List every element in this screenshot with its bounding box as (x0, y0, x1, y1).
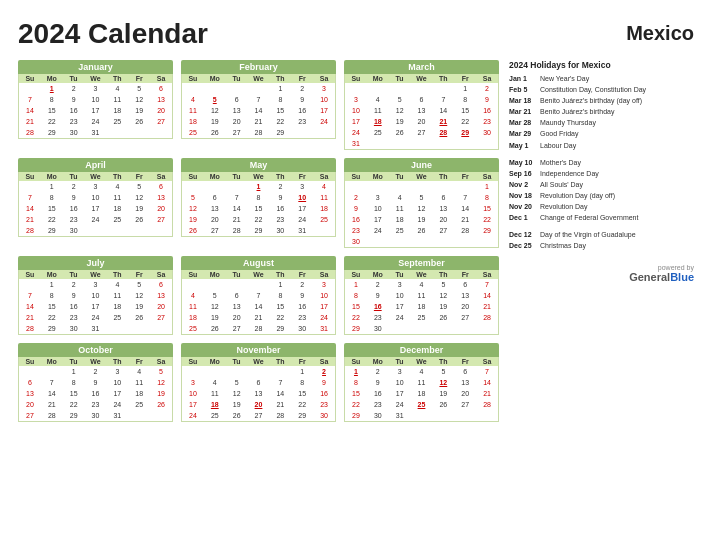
day-cell: 7 (41, 377, 63, 388)
day-cell: 30 (367, 323, 389, 334)
day-header: Th (269, 357, 291, 366)
holiday-name: Good Friday (540, 129, 579, 138)
day-cell: 21 (41, 399, 63, 410)
holiday-name: Revolution Day (540, 202, 587, 211)
day-cell: 26 (411, 225, 433, 236)
day-cell: 4 (182, 290, 204, 301)
day-cell: 2 (345, 192, 367, 203)
day-cell: 1 (63, 366, 85, 377)
day-cell: 13 (204, 203, 226, 214)
day-cell: 5 (128, 279, 150, 290)
day-cell: 25 (182, 323, 204, 334)
day-cell: 14 (476, 290, 498, 301)
day-cell: 11 (411, 290, 433, 301)
empty-cell (248, 366, 270, 377)
empty-cell (248, 83, 270, 94)
day-cell: 16 (269, 203, 291, 214)
holiday-name: Revolution Day (day off) (540, 191, 615, 200)
day-cell: 22 (41, 312, 63, 323)
day-header: Mo (41, 270, 63, 279)
empty-cell (248, 279, 270, 290)
day-header: Tu (389, 74, 411, 83)
day-header: Tu (63, 74, 85, 83)
day-cell: 11 (182, 301, 204, 312)
day-header: Sa (476, 172, 498, 181)
day-cell: 18 (106, 105, 128, 116)
day-cell: 5 (150, 366, 172, 377)
day-header: Mo (367, 74, 389, 83)
day-cell: 4 (182, 94, 204, 105)
month-november: NovemberSuMoTuWeThFrSa123456789101112131… (181, 343, 336, 422)
holiday-name: Change of Federal Government (540, 213, 638, 222)
day-header: Sa (150, 270, 172, 279)
day-cell: 11 (411, 377, 433, 388)
day-header: Mo (41, 172, 63, 181)
day-cell: 27 (226, 323, 248, 334)
day-cell: 3 (85, 279, 107, 290)
day-cell: 15 (41, 105, 63, 116)
day-header: Sa (313, 74, 335, 83)
empty-cell (226, 366, 248, 377)
empty-cell (19, 181, 41, 192)
day-cell: 27 (19, 410, 41, 421)
day-cell: 31 (345, 138, 367, 149)
day-cell: 26 (128, 214, 150, 225)
month-may: MaySuMoTuWeThFrSa12345678910111213141516… (181, 158, 336, 248)
day-cell: 1 (454, 83, 476, 94)
day-cell: 25 (182, 127, 204, 138)
day-cell: 1 (41, 181, 63, 192)
day-cell: 30 (476, 127, 498, 138)
day-cell: 19 (226, 399, 248, 410)
day-cell: 3 (389, 279, 411, 290)
day-cell: 9 (367, 290, 389, 301)
day-cell: 15 (269, 105, 291, 116)
day-cell: 9 (345, 203, 367, 214)
content-area: JanuarySuMoTuWeThFrSa1234567891011121314… (18, 60, 694, 430)
day-cell: 27 (454, 312, 476, 323)
holiday-name: Independence Day (540, 169, 599, 178)
day-cell: 8 (476, 192, 498, 203)
month-january: JanuarySuMoTuWeThFrSa1234567891011121314… (18, 60, 173, 150)
day-header: Tu (389, 172, 411, 181)
empty-cell (367, 83, 389, 94)
month-august: AugustSuMoTuWeThFrSa12345678910111213141… (181, 256, 336, 335)
empty-cell (41, 366, 63, 377)
day-cell: 31 (85, 323, 107, 334)
day-cell: 15 (41, 301, 63, 312)
day-cell: 17 (85, 203, 107, 214)
day-cell: 16 (313, 388, 335, 399)
holiday-date: Jan 1 (509, 74, 537, 83)
day-cell: 16 (476, 105, 498, 116)
day-cell: 6 (454, 279, 476, 290)
empty-cell (182, 279, 204, 290)
day-cell: 22 (63, 399, 85, 410)
day-header: We (248, 270, 270, 279)
day-cell: 18 (389, 214, 411, 225)
day-cell: 7 (19, 94, 41, 105)
day-header: Tu (226, 74, 248, 83)
day-cell: 30 (269, 225, 291, 236)
day-cell: 28 (476, 312, 498, 323)
month-july: JulySuMoTuWeThFrSa1234567891011121314151… (18, 256, 173, 335)
day-cell: 7 (476, 366, 498, 377)
day-cell: 14 (454, 203, 476, 214)
day-cell: 2 (367, 279, 389, 290)
holiday-date: May 10 (509, 158, 537, 167)
day-cell: 6 (226, 290, 248, 301)
holiday-item: Mar 18Benito Juárez's birthday (day off) (509, 96, 694, 105)
day-cell: 20 (454, 301, 476, 312)
day-cell: 3 (389, 366, 411, 377)
day-cell: 8 (345, 290, 367, 301)
day-cell: 3 (182, 377, 204, 388)
day-cell: 20 (432, 214, 454, 225)
month-december: DecemberSuMoTuWeThFrSa123456789101112131… (344, 343, 499, 422)
day-cell: 9 (313, 377, 335, 388)
day-cell: 20 (19, 399, 41, 410)
empty-cell (19, 279, 41, 290)
day-cell: 9 (63, 192, 85, 203)
day-cell: 13 (150, 94, 172, 105)
day-cell: 6 (454, 366, 476, 377)
month-title: April (18, 158, 173, 172)
day-cell: 21 (269, 399, 291, 410)
day-cell: 8 (41, 94, 63, 105)
